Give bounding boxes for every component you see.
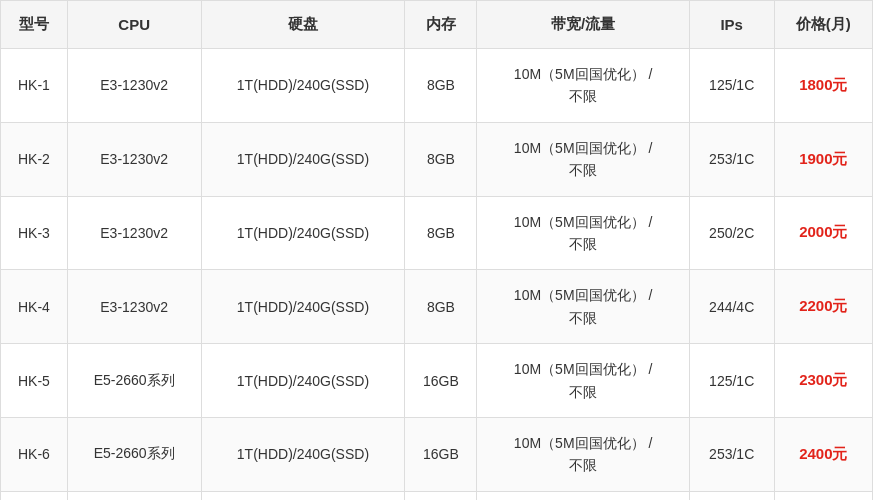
cell-bandwidth: 10M（5M回国优化） /不限	[477, 344, 689, 418]
cell-memory: 8GB	[405, 122, 477, 196]
cell-memory: 16GB	[405, 417, 477, 491]
cell-price: 2000元	[774, 196, 872, 270]
table-row: HK-3 E3-1230v2 1T(HDD)/240G(SSD) 8GB 10M…	[1, 196, 873, 270]
cell-disk: 1T(HDD)/240G(SSD)	[201, 344, 405, 418]
table-row: HK-7 E5-2660系列 1T(HDD)/240G(SSD) 16GB 10…	[1, 491, 873, 500]
cell-price: 1800元	[774, 49, 872, 123]
cell-ips: 253/1C	[689, 122, 774, 196]
cell-bandwidth: 10M（5M回国优化） /不限	[477, 491, 689, 500]
table-row: HK-4 E3-1230v2 1T(HDD)/240G(SSD) 8GB 10M…	[1, 270, 873, 344]
col-header-cpu: CPU	[67, 1, 201, 49]
table-row: HK-1 E3-1230v2 1T(HDD)/240G(SSD) 8GB 10M…	[1, 49, 873, 123]
cell-cpu: E3-1230v2	[67, 270, 201, 344]
cell-model: HK-5	[1, 344, 68, 418]
cell-cpu: E3-1230v2	[67, 49, 201, 123]
cell-model: HK-7	[1, 491, 68, 500]
col-header-bandwidth: 带宽/流量	[477, 1, 689, 49]
cell-memory: 16GB	[405, 344, 477, 418]
col-header-price: 价格(月)	[774, 1, 872, 49]
cell-cpu: E5-2660系列	[67, 417, 201, 491]
cell-ips: 250/2C	[689, 491, 774, 500]
server-table: 型号 CPU 硬盘 内存 带宽/流量 IPs 价格(月) HK-1 E3-123…	[0, 0, 873, 500]
cell-cpu: E3-1230v2	[67, 196, 201, 270]
cell-disk: 1T(HDD)/240G(SSD)	[201, 122, 405, 196]
cell-disk: 1T(HDD)/240G(SSD)	[201, 49, 405, 123]
main-container: 型号 CPU 硬盘 内存 带宽/流量 IPs 价格(月) HK-1 E3-123…	[0, 0, 873, 500]
cell-ips: 244/4C	[689, 270, 774, 344]
cell-price: 1900元	[774, 122, 872, 196]
cell-disk: 1T(HDD)/240G(SSD)	[201, 270, 405, 344]
cell-bandwidth: 10M（5M回国优化） /不限	[477, 270, 689, 344]
col-header-memory: 内存	[405, 1, 477, 49]
cell-price: 2600元	[774, 491, 872, 500]
cell-memory: 16GB	[405, 491, 477, 500]
cell-memory: 8GB	[405, 270, 477, 344]
cell-cpu: E3-1230v2	[67, 122, 201, 196]
table-header-row: 型号 CPU 硬盘 内存 带宽/流量 IPs 价格(月)	[1, 1, 873, 49]
cell-price: 2300元	[774, 344, 872, 418]
cell-memory: 8GB	[405, 196, 477, 270]
cell-model: HK-4	[1, 270, 68, 344]
cell-cpu: E5-2660系列	[67, 344, 201, 418]
cell-disk: 1T(HDD)/240G(SSD)	[201, 417, 405, 491]
table-row: HK-6 E5-2660系列 1T(HDD)/240G(SSD) 16GB 10…	[1, 417, 873, 491]
col-header-ips: IPs	[689, 1, 774, 49]
table-row: HK-2 E3-1230v2 1T(HDD)/240G(SSD) 8GB 10M…	[1, 122, 873, 196]
cell-model: HK-3	[1, 196, 68, 270]
cell-ips: 253/1C	[689, 417, 774, 491]
cell-price: 2400元	[774, 417, 872, 491]
cell-model: HK-2	[1, 122, 68, 196]
cell-bandwidth: 10M（5M回国优化） /不限	[477, 49, 689, 123]
cell-model: HK-6	[1, 417, 68, 491]
cell-bandwidth: 10M（5M回国优化） /不限	[477, 196, 689, 270]
cell-disk: 1T(HDD)/240G(SSD)	[201, 491, 405, 500]
col-header-disk: 硬盘	[201, 1, 405, 49]
cell-cpu: E5-2660系列	[67, 491, 201, 500]
cell-bandwidth: 10M（5M回国优化） /不限	[477, 122, 689, 196]
cell-ips: 125/1C	[689, 344, 774, 418]
table-row: HK-5 E5-2660系列 1T(HDD)/240G(SSD) 16GB 10…	[1, 344, 873, 418]
col-header-model: 型号	[1, 1, 68, 49]
cell-model: HK-1	[1, 49, 68, 123]
cell-disk: 1T(HDD)/240G(SSD)	[201, 196, 405, 270]
cell-bandwidth: 10M（5M回国优化） /不限	[477, 417, 689, 491]
cell-ips: 125/1C	[689, 49, 774, 123]
cell-ips: 250/2C	[689, 196, 774, 270]
cell-price: 2200元	[774, 270, 872, 344]
cell-memory: 8GB	[405, 49, 477, 123]
